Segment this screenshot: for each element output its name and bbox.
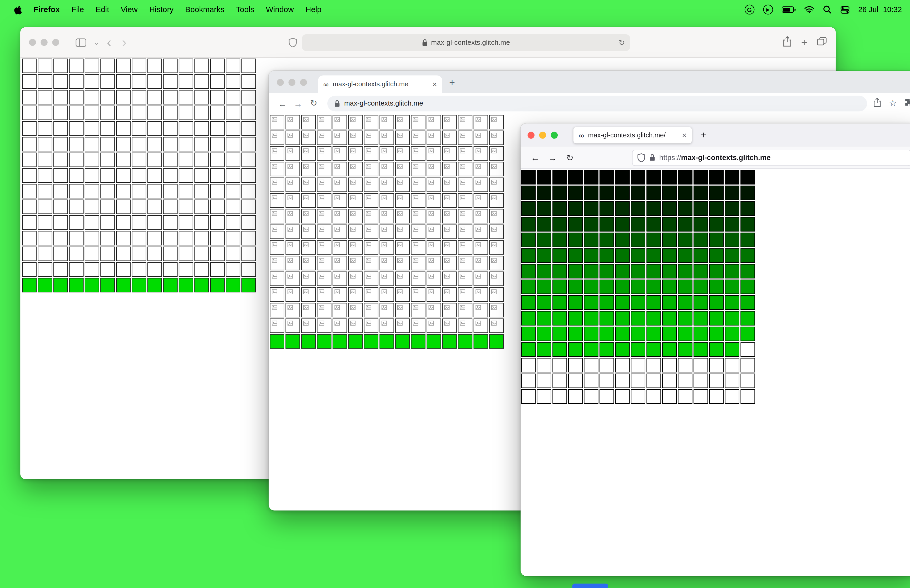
grid-cell <box>615 358 630 372</box>
reload-icon[interactable]: ↻ <box>561 152 579 163</box>
grid-cell <box>489 271 504 286</box>
grid-cell <box>678 326 692 341</box>
grid-cell <box>568 358 583 372</box>
chrome-address-bar[interactable]: max-gl-contexts.glitch.me <box>327 95 867 111</box>
grid-cell <box>442 115 457 129</box>
close-button[interactable] <box>528 132 535 139</box>
control-center-icon[interactable] <box>840 5 849 14</box>
reload-icon[interactable]: ↻ <box>619 38 625 47</box>
menu-item-help[interactable]: Help <box>300 5 327 14</box>
grid-cell <box>442 334 457 349</box>
grid-cell <box>600 373 614 388</box>
close-button[interactable] <box>277 79 284 86</box>
grid-cell <box>333 162 347 176</box>
grid-cell <box>709 389 724 404</box>
broken-image-icon <box>287 132 293 138</box>
chrome-active-tab[interactable]: ∞ max-gl-contexts.glitch.me × <box>318 76 442 93</box>
menu-item-file[interactable]: File <box>66 5 90 14</box>
grid-cell <box>194 74 209 89</box>
menu-bar-clock[interactable]: 26 Jul 10:32 <box>858 5 902 14</box>
grid-cell <box>100 90 115 105</box>
zoom-button[interactable] <box>52 39 59 46</box>
grid-cell <box>85 215 99 230</box>
bookmark-star-icon[interactable]: ☆ <box>889 98 897 108</box>
chevron-down-icon[interactable]: ⌄ <box>94 38 99 46</box>
broken-image-icon <box>350 305 356 310</box>
broken-image-icon <box>350 179 356 185</box>
share-icon[interactable] <box>873 97 881 109</box>
firefox-address-bar[interactable]: https://max-gl-contexts.glitch.me <box>632 150 910 166</box>
forward-icon[interactable]: → <box>290 99 306 108</box>
broken-image-icon <box>303 148 309 154</box>
zoom-button[interactable] <box>551 132 558 139</box>
privacy-shield-icon[interactable] <box>288 37 297 47</box>
minimize-button[interactable] <box>40 39 47 46</box>
back-icon[interactable]: ‹ <box>107 37 112 48</box>
spotlight-search-icon[interactable] <box>823 5 832 14</box>
broken-image-icon <box>318 148 324 154</box>
grid-cell <box>709 248 724 263</box>
minimize-button[interactable] <box>539 132 546 139</box>
grid-cell <box>458 131 472 145</box>
grammarly-icon[interactable]: G <box>744 5 754 15</box>
new-tab-icon[interactable]: + <box>801 36 807 48</box>
grid-cell <box>69 200 84 214</box>
grid-cell <box>662 248 677 263</box>
grid-cell <box>147 121 162 136</box>
share-icon[interactable] <box>782 36 792 49</box>
sidebar-icon[interactable] <box>76 38 87 47</box>
grid-cell <box>285 334 300 349</box>
close-button[interactable] <box>29 39 36 46</box>
grid-cell <box>615 170 630 184</box>
menu-item-bookmarks[interactable]: Bookmarks <box>179 5 230 14</box>
grid-cell <box>317 240 331 255</box>
extensions-puzzle-icon[interactable] <box>904 98 910 109</box>
wifi-icon[interactable] <box>804 6 814 13</box>
grid-cell <box>100 121 115 136</box>
broken-image-icon <box>335 179 340 185</box>
menu-item-edit[interactable]: Edit <box>90 5 115 14</box>
new-tab-button[interactable]: + <box>449 77 455 89</box>
minimize-button[interactable] <box>288 79 295 86</box>
lock-icon[interactable] <box>649 154 655 162</box>
grid-cell <box>38 137 52 151</box>
grid-cell <box>22 59 37 73</box>
grid-cell <box>615 186 630 200</box>
grid-cell <box>163 137 178 151</box>
tracking-shield-icon[interactable] <box>637 153 645 162</box>
broken-image-icon <box>428 289 434 295</box>
safari-address-bar[interactable]: max-gl-contexts.glitch.me ↻ <box>302 34 630 51</box>
dock-icon-peek[interactable] <box>572 583 608 588</box>
grid-cell <box>709 201 724 216</box>
grid-cell <box>179 59 193 73</box>
grid-cell <box>568 264 583 278</box>
menu-item-view[interactable]: View <box>115 5 144 14</box>
back-icon[interactable]: ← <box>526 153 544 162</box>
menu-item-history[interactable]: History <box>144 5 179 14</box>
reload-icon[interactable]: ↻ <box>306 98 322 108</box>
grid-cell <box>179 200 193 214</box>
menu-item-tools[interactable]: Tools <box>230 5 260 14</box>
menu-item-window[interactable]: Window <box>260 5 300 14</box>
forward-icon[interactable]: → <box>544 153 561 162</box>
app-menu-firefox[interactable]: Firefox <box>28 5 66 14</box>
tab-overview-icon[interactable] <box>816 37 827 48</box>
grid-cell <box>348 318 362 333</box>
grid-cell <box>85 168 99 183</box>
zoom-button[interactable] <box>300 79 307 86</box>
back-icon[interactable]: ← <box>275 99 291 108</box>
forward-icon[interactable]: › <box>122 37 127 48</box>
grid-cell <box>458 256 472 270</box>
close-tab-icon[interactable]: × <box>682 131 687 140</box>
grid-cell <box>647 233 661 247</box>
new-tab-button[interactable]: + <box>700 129 706 141</box>
grid-cell <box>241 121 256 136</box>
play-icon[interactable]: ▶ <box>763 5 773 15</box>
battery-icon[interactable] <box>782 6 795 13</box>
firefox-active-tab[interactable]: ∞ max-gl-contexts.glitch.me/ × <box>574 127 692 144</box>
broken-image-icon <box>412 320 419 326</box>
apple-menu[interactable] <box>8 5 28 14</box>
grid-cell <box>411 303 425 317</box>
grid-cell <box>69 59 84 73</box>
close-tab-icon[interactable]: × <box>432 79 437 89</box>
